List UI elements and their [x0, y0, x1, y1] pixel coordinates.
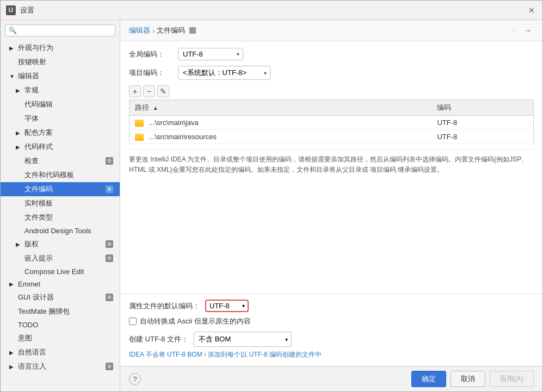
apply-button[interactable]: 应用(A): [490, 371, 534, 387]
close-button[interactable]: ✕: [526, 5, 537, 16]
encoding-column-header[interactable]: 编码: [431, 100, 533, 116]
sidebar-item-label: Emmet: [18, 280, 40, 288]
sidebar-item-label: 配色方案: [24, 128, 53, 138]
encoding-table: 路径 ▲ 编码 ...\src\main\java: [129, 99, 534, 144]
arrow-icon: ▶: [16, 241, 22, 247]
sidebar-item-font[interactable]: 字体: [1, 111, 120, 126]
settings-badge: ⚙: [106, 294, 113, 301]
sidebar-item-keymap[interactable]: 按键映射: [1, 55, 120, 69]
sidebar-item-label: TODO: [18, 321, 38, 329]
global-encoding-select[interactable]: UTF-8 ▾: [178, 48, 243, 60]
arrow-icon: ▼: [9, 73, 16, 79]
breadcrumb-settings-icon: [189, 27, 196, 34]
arrow-icon: ▶: [9, 364, 16, 370]
dialog-title: 设置: [20, 5, 526, 15]
sort-arrow-icon: ▲: [153, 105, 158, 111]
help-button[interactable]: ?: [129, 373, 141, 385]
bom-select[interactable]: 不含 BOM ▾: [194, 332, 292, 347]
create-utf8-label: 创建 UTF-8 文件：: [129, 334, 188, 344]
main-header: 编辑器 › 文件编码 ← →: [120, 20, 542, 41]
path-column-header[interactable]: 路径 ▲: [129, 100, 432, 116]
sidebar-item-emmet[interactable]: ▶ Emmet: [1, 278, 120, 290]
sidebar-item-label: 代码样式: [24, 142, 53, 152]
breadcrumb-parent[interactable]: 编辑器: [129, 26, 150, 35]
sidebar-item-label: 文件类型: [24, 213, 53, 222]
sidebar-item-gui-designer[interactable]: GUI 设计器 ⚙: [1, 290, 120, 304]
sidebar-item-compose-live-edit[interactable]: Compose Live Edit: [1, 265, 120, 278]
sidebar-item-inspections[interactable]: 检查 ⚙: [1, 154, 120, 168]
sidebar-item-label: TextMate 捆绑包: [18, 307, 70, 316]
search-box[interactable]: 🔍: [5, 24, 115, 36]
sidebar-item-label: 嵌入提示: [24, 253, 53, 263]
title-bar: IJ 设置 ✕: [1, 1, 542, 20]
content-area: 🔍 ▶ 外观与行为 按键映射 ▼ 编辑器: [1, 20, 542, 391]
sidebar-item-editor[interactable]: ▼ 编辑器: [1, 69, 120, 83]
global-encoding-select-wrapper: UTF-8 ▾: [178, 48, 243, 60]
encoding-cell: UTF-8: [431, 116, 533, 130]
sidebar-item-file-types[interactable]: 文件类型: [1, 210, 120, 225]
sidebar: 🔍 ▶ 外观与行为 按键映射 ▼ 编辑器: [1, 20, 120, 391]
sidebar-item-copyright[interactable]: ▶ 版权 ⚙: [1, 237, 120, 251]
ascii-checkbox-row: 自动转换成 Ascii 但显示原生的内容: [129, 316, 534, 326]
table-toolbar: + − ✎: [129, 85, 534, 97]
sidebar-item-general[interactable]: ▶ 常规: [1, 83, 120, 97]
sidebar-item-file-templates[interactable]: 文件和代码模板: [1, 168, 120, 182]
sidebar-item-todo[interactable]: TODO: [1, 319, 120, 331]
project-encoding-label: 项目编码：: [129, 68, 172, 78]
folder-icon: [135, 134, 144, 141]
sidebar-item-label: 文件和代码模板: [24, 170, 74, 180]
project-encoding-select[interactable]: <系统默认：UTF-8> ▾: [178, 66, 270, 80]
sidebar-item-intentions[interactable]: 意图: [1, 331, 120, 345]
arrow-icon: ▶: [9, 281, 16, 287]
sidebar-item-label: 自然语言: [18, 347, 46, 357]
info-text: 要更改 IntelliJ IDEA 为文件、目录或整个项目使用的编码，请根据需要…: [129, 150, 534, 179]
sidebar-item-code-editing[interactable]: 代码编辑: [1, 97, 120, 111]
arrow-icon: ▶: [16, 144, 22, 150]
breadcrumb: 编辑器 › 文件编码: [129, 26, 196, 35]
forward-button[interactable]: →: [522, 24, 534, 36]
remove-path-button[interactable]: −: [143, 85, 155, 97]
ok-button[interactable]: 确定: [411, 371, 446, 387]
bottom-settings: 属性文件的默认编码： UTF-8 ▾ 自动转换成 Ascii 但显示原生的内容: [120, 294, 542, 366]
sidebar-item-label: 语言注入: [18, 362, 46, 371]
sidebar-item-natural-language[interactable]: ▶ 自然语言: [1, 345, 120, 359]
edit-path-button[interactable]: ✎: [157, 85, 169, 97]
ascii-checkbox[interactable]: [129, 318, 137, 325]
sidebar-item-label: 常规: [24, 85, 39, 95]
sidebar-item-textmate[interactable]: TextMate 捆绑包: [1, 304, 120, 319]
sidebar-item-label: 检查: [24, 156, 39, 166]
search-input[interactable]: [19, 27, 112, 34]
sidebar-item-language-injection[interactable]: ▶ 语言注入 ⚙: [1, 359, 120, 374]
settings-badge: ⚙: [106, 363, 113, 370]
cancel-button[interactable]: 取消: [451, 371, 485, 387]
dropdown-arrow-icon: ▾: [285, 337, 288, 343]
ascii-checkbox-label: 自动转换成 Ascii 但显示原生的内容: [140, 316, 251, 326]
sidebar-item-code-style[interactable]: ▶ 代码样式: [1, 140, 120, 154]
bom-select-wrapper: 不含 BOM ▾: [194, 332, 292, 347]
sidebar-item-inlay-hints[interactable]: 嵌入提示 ⚙: [1, 251, 120, 265]
global-encoding-row: 全局编码： UTF-8 ▾: [129, 48, 534, 60]
back-button[interactable]: ←: [508, 24, 520, 36]
default-encoding-select[interactable]: UTF-8 ▾: [205, 300, 249, 312]
sidebar-item-label: Compose Live Edit: [24, 267, 84, 276]
dropdown-arrow-icon: ▾: [264, 70, 267, 76]
settings-dialog: IJ 设置 ✕ 🔍 ▶ 外观与行为 按键映射: [0, 0, 543, 392]
encoding-cell: UTF-8: [431, 130, 533, 144]
sidebar-item-appearance[interactable]: ▶ 外观与行为: [1, 41, 120, 55]
sidebar-item-label: 代码编辑: [24, 99, 53, 109]
default-encoding-select-wrapper: UTF-8 ▾: [205, 300, 249, 312]
sidebar-item-color-scheme[interactable]: ▶ 配色方案: [1, 126, 120, 140]
global-encoding-label: 全局编码：: [129, 49, 172, 59]
default-encoding-value: UTF-8: [209, 302, 230, 310]
sidebar-item-label: 编辑器: [18, 71, 39, 81]
sidebar-item-android-design-tools[interactable]: Android Design Tools: [1, 225, 120, 237]
sidebar-item-file-encoding[interactable]: 文件编码 ⚙: [1, 182, 120, 196]
sidebar-item-label: 意图: [18, 333, 32, 343]
sidebar-item-label: 版权: [24, 239, 39, 249]
arrow-icon: ▶: [16, 130, 22, 136]
sidebar-item-label: 字体: [24, 114, 39, 123]
table-row[interactable]: ...\src\main\java UTF-8: [129, 116, 534, 130]
add-path-button[interactable]: +: [129, 85, 141, 97]
table-row[interactable]: ...\src\main\resources UTF-8: [129, 130, 534, 144]
sidebar-item-live-templates[interactable]: 实时模板: [1, 196, 120, 210]
